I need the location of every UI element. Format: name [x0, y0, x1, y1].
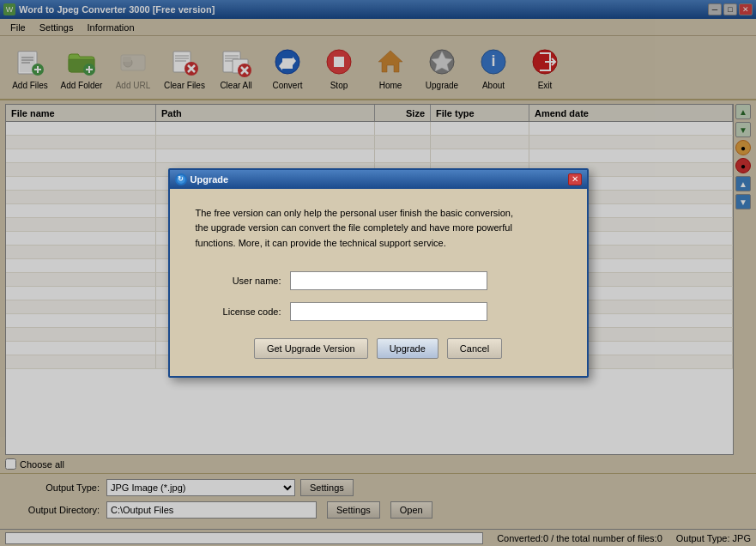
username-input[interactable] — [290, 271, 487, 290]
modal-overlay: ↻ Upgrade ✕ The free version can only he… — [0, 0, 756, 546]
license-input[interactable] — [290, 302, 487, 321]
modal-message: The free version can only help the perso… — [196, 206, 561, 252]
modal-title-bar: ↻ Upgrade ✕ — [170, 170, 587, 189]
license-row: License code: — [196, 302, 561, 321]
modal-icon: ↻ — [175, 173, 187, 185]
upgrade-modal: ↻ Upgrade ✕ The free version can only he… — [168, 168, 589, 379]
modal-buttons: Get Upgrade Version Upgrade Cancel — [196, 338, 561, 359]
upgrade-confirm-button[interactable]: Upgrade — [377, 338, 438, 359]
get-upgrade-button[interactable]: Get Upgrade Version — [254, 338, 368, 359]
modal-body: The free version can only help the perso… — [170, 189, 587, 377]
cancel-button[interactable]: Cancel — [447, 338, 502, 359]
modal-title: Upgrade — [191, 174, 229, 185]
modal-close-button[interactable]: ✕ — [568, 173, 582, 185]
username-row: User name: — [196, 271, 561, 290]
license-label: License code: — [196, 306, 290, 317]
username-label: User name: — [196, 276, 290, 286]
